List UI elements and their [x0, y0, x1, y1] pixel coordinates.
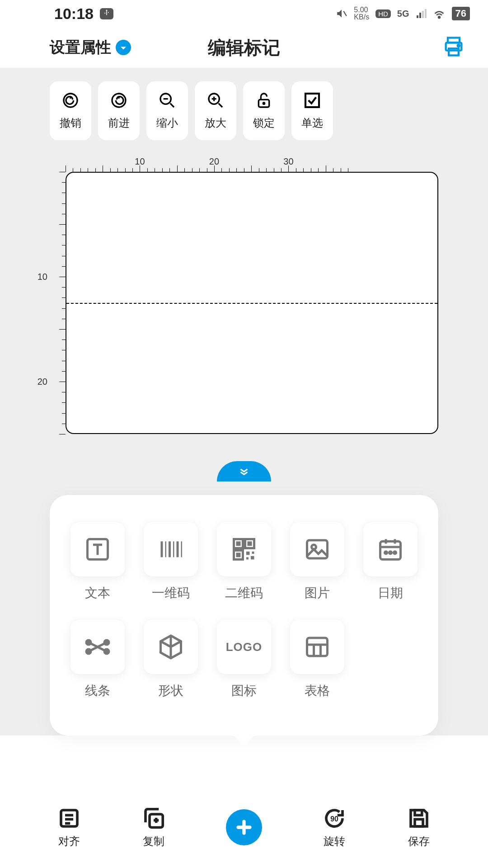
svg-rect-35: [252, 552, 254, 554]
page-title: 编辑标记: [208, 35, 280, 60]
text-icon: [84, 536, 111, 563]
svg-rect-33: [251, 556, 254, 560]
svg-rect-63: [415, 810, 422, 815]
undo-icon: [61, 91, 80, 109]
label-canvas[interactable]: [66, 172, 438, 434]
align-icon: [57, 806, 81, 830]
svg-rect-29: [248, 542, 252, 546]
svg-rect-31: [236, 553, 241, 557]
svg-rect-24: [177, 542, 179, 557]
svg-line-1: [344, 11, 347, 16]
insert-table-button[interactable]: 表格: [285, 620, 349, 699]
insert-line-button[interactable]: 线条: [66, 620, 130, 699]
properties-button[interactable]: 设置属性: [50, 37, 131, 58]
table-icon: [304, 633, 331, 660]
svg-point-0: [106, 9, 107, 11]
insert-image-button[interactable]: 图片: [285, 522, 349, 602]
lock-button[interactable]: 锁定: [243, 81, 285, 140]
svg-rect-21: [165, 542, 167, 557]
mute-icon: [336, 8, 347, 19]
chevron-down-icon: [116, 40, 131, 55]
svg-rect-25: [181, 542, 183, 557]
zoom-in-button[interactable]: 放大: [195, 81, 236, 140]
elements-panel: 文本 一维码 二维码 图片 日期 线条: [50, 495, 438, 736]
svg-rect-27: [236, 542, 241, 546]
net-speed: 5.00: [354, 6, 368, 14]
insert-barcode-button[interactable]: 一维码: [139, 522, 203, 602]
svg-point-40: [389, 552, 392, 554]
redo-icon: [110, 91, 128, 109]
svg-rect-22: [169, 542, 171, 557]
print-button[interactable]: [442, 35, 465, 60]
bottom-toolbar: 对齐 复制 90 旋转 保存: [0, 796, 488, 868]
editor-area: 撤销 前进 缩小 放大 锁定 单选 102030 1020: [0, 68, 488, 736]
cube-icon: [157, 633, 184, 660]
svg-point-17: [263, 103, 264, 104]
barcode-icon: [157, 536, 184, 563]
ruler-vertical: 1020: [50, 172, 66, 434]
zoom-out-button[interactable]: 缩小: [146, 81, 188, 140]
collapse-panel-button[interactable]: [217, 461, 271, 481]
svg-rect-48: [307, 638, 328, 656]
zoom-in-icon: [206, 91, 225, 109]
single-select-button[interactable]: 单选: [291, 81, 333, 140]
battery-level: 76: [452, 7, 470, 20]
svg-point-39: [385, 552, 387, 554]
svg-rect-32: [246, 552, 250, 555]
line-icon: [84, 633, 111, 660]
svg-point-41: [394, 552, 396, 554]
svg-point-6: [458, 45, 460, 47]
app-header: 设置属性 编辑标记: [0, 27, 488, 68]
status-bar: 10:18 5.00KB/s HD 5G 76: [0, 0, 488, 27]
signal-icon: [416, 8, 427, 19]
insert-shape-button[interactable]: 形状: [139, 620, 203, 699]
qrcode-icon: [230, 536, 258, 563]
rotate-button[interactable]: 90 旋转: [322, 806, 347, 849]
zoom-out-icon: [158, 91, 176, 109]
svg-rect-36: [307, 540, 328, 558]
status-time: 10:18: [54, 5, 94, 23]
top-toolbar: 撤销 前进 缩小 放大 锁定 单选: [0, 81, 488, 140]
align-button[interactable]: 对齐: [57, 806, 81, 849]
insert-qrcode-button[interactable]: 二维码: [212, 522, 276, 602]
copy-button[interactable]: 复制: [141, 806, 166, 849]
svg-rect-34: [246, 557, 249, 560]
ruler-horizontal: 102030: [66, 158, 438, 172]
insert-logo-button[interactable]: LOGO 图标: [212, 620, 276, 699]
svg-rect-60: [236, 826, 251, 829]
redo-button[interactable]: 前进: [98, 81, 140, 140]
canvas-wrap: 102030 1020: [50, 158, 438, 434]
guide-line: [66, 303, 437, 304]
hd-badge: HD: [375, 9, 391, 18]
svg-rect-18: [305, 94, 319, 107]
plus-icon: [234, 817, 254, 837]
insert-text-button[interactable]: 文本: [66, 522, 130, 602]
save-button[interactable]: 保存: [407, 806, 431, 849]
rotate-icon: 90: [322, 806, 347, 830]
wifi-icon: [433, 7, 446, 20]
save-icon: [407, 806, 431, 830]
svg-rect-23: [173, 542, 174, 557]
chevron-down-double-icon: [237, 465, 251, 478]
svg-rect-62: [415, 819, 423, 826]
lock-icon: [255, 91, 273, 109]
svg-text:90: 90: [330, 815, 338, 823]
undo-button[interactable]: 撤销: [50, 81, 91, 140]
svg-rect-20: [161, 542, 163, 557]
svg-point-2: [438, 16, 440, 18]
insert-date-button[interactable]: 日期: [358, 522, 422, 602]
svg-line-10: [170, 104, 174, 107]
svg-line-13: [219, 104, 222, 107]
add-button[interactable]: [226, 809, 262, 845]
copy-icon: [141, 806, 166, 830]
calendar-icon: [377, 536, 404, 563]
check-icon: [303, 91, 321, 109]
usb-icon: [100, 8, 113, 19]
network-type: 5G: [397, 9, 409, 19]
logo-text-icon: LOGO: [226, 640, 263, 654]
image-icon: [304, 536, 331, 563]
